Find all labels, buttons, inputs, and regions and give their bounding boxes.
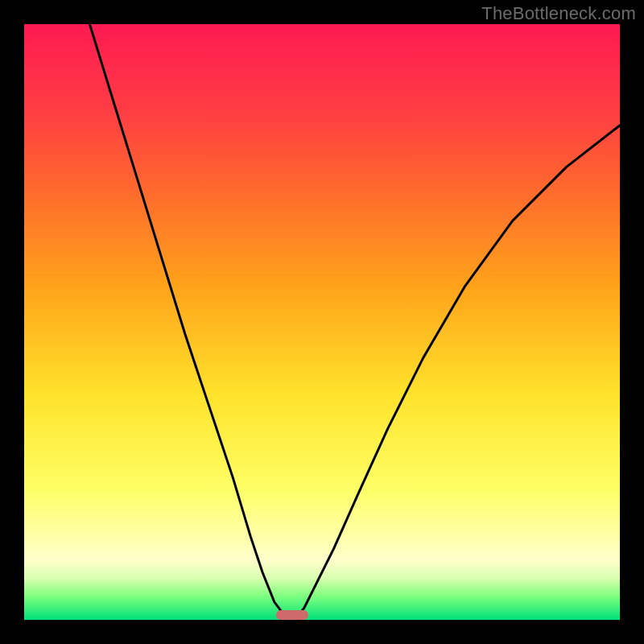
chart-frame: TheBottleneck.com [0,0,644,644]
watermark-text: TheBottleneck.com [481,3,636,24]
curve-left [89,24,289,620]
bottleneck-marker [276,610,309,620]
curve-right [295,126,620,620]
plot-area [24,24,620,620]
curves-layer [24,24,620,620]
